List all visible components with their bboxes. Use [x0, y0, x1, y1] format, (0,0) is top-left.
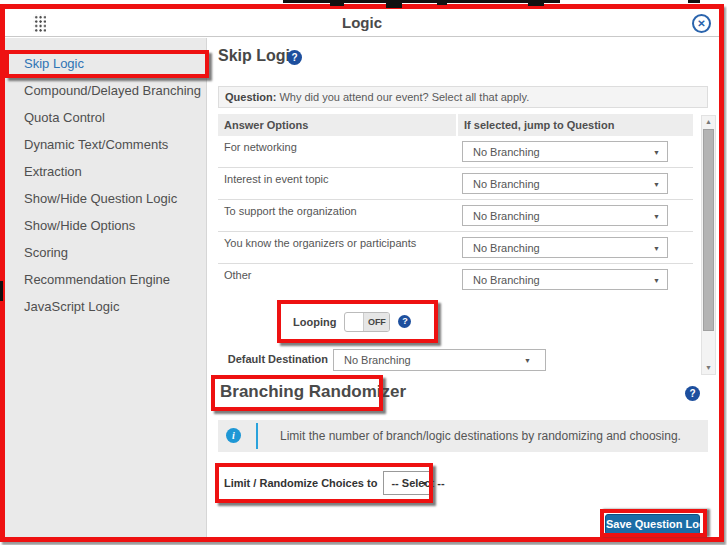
table-row: For networking No Branching ▼ — [218, 136, 693, 168]
table-row: You know the organizers or participants … — [218, 232, 693, 264]
default-destination-dropdown[interactable]: No Branching ▼ — [333, 349, 546, 371]
logic-dialog: Logic ✕ Skip Logic Compound/Delayed Bran… — [0, 4, 724, 542]
question-label: Question: — [225, 91, 276, 103]
question-summary: Question: Why did you attend our event? … — [218, 86, 708, 108]
jump-dropdown[interactable]: No Branching ▼ — [462, 141, 668, 162]
jump-dropdown[interactable]: No Branching ▼ — [462, 237, 668, 258]
cropped-text-artifact — [437, 0, 447, 5]
jump-dropdown[interactable]: No Branching ▼ — [462, 205, 668, 226]
cropped-text-artifact — [330, 0, 344, 6]
answer-option-label: Interest in event topic — [224, 173, 329, 185]
dropdown-value: No Branching — [473, 274, 540, 286]
chevron-down-icon: ▼ — [653, 212, 660, 219]
table-row: Interest in event topic No Branching ▼ — [218, 168, 693, 200]
scroll-up-icon[interactable]: ▲ — [702, 116, 715, 128]
sidebar-item-skip-logic[interactable]: Skip Logic — [5, 50, 206, 77]
help-icon[interactable]: ? — [287, 50, 302, 65]
sidebar-item-scoring[interactable]: Scoring — [5, 239, 206, 266]
answer-option-label: You know the organizers or participants — [224, 237, 416, 249]
table-row: To support the organization No Branching… — [218, 200, 693, 232]
jump-dropdown[interactable]: No Branching ▼ — [462, 173, 668, 194]
limit-randomize-dropdown[interactable]: -- Select -- ▼ — [383, 471, 433, 495]
dropdown-value: -- Select -- — [391, 477, 444, 489]
table-header: Answer Options If selected, jump to Ques… — [218, 114, 693, 136]
column-header-answer-options: Answer Options — [218, 114, 456, 136]
dialog-title: Logic — [5, 9, 719, 37]
info-icon: i — [226, 428, 241, 443]
logic-sidebar: Skip Logic Compound/Delayed Branching Qu… — [5, 38, 207, 537]
looping-toggle[interactable]: OFF — [344, 312, 390, 332]
chevron-down-icon: ▼ — [421, 480, 428, 487]
help-icon[interactable]: ? — [398, 315, 411, 328]
toggle-state: OFF — [363, 313, 389, 331]
dropdown-value: No Branching — [473, 242, 540, 254]
column-header-jump-to-question: If selected, jump to Question — [458, 114, 693, 136]
dropdown-value: No Branching — [473, 210, 540, 222]
chevron-down-icon: ▼ — [653, 276, 660, 283]
info-divider — [256, 423, 258, 449]
table-row: Other No Branching ▼ — [218, 264, 693, 296]
info-banner: i Limit the number of branch/logic desti… — [218, 420, 708, 452]
sidebar-item-recommendation-engine[interactable]: Recommendation Engine — [5, 266, 206, 293]
chevron-down-icon: ▼ — [524, 357, 531, 364]
answer-options-table: For networking No Branching ▼ Interest i… — [218, 136, 693, 296]
looping-label: Looping — [293, 316, 336, 328]
sidebar-item-extraction[interactable]: Extraction — [5, 158, 206, 185]
save-question-logic-button[interactable]: Save Question Logic — [605, 514, 700, 535]
looping-row: Looping OFF ? — [277, 300, 438, 343]
limit-randomize-row: Limit / Randomize Choices to -- Select -… — [215, 463, 433, 503]
help-icon[interactable]: ? — [685, 386, 700, 401]
sidebar-item-compound-delayed-branching[interactable]: Compound/Delayed Branching — [5, 77, 206, 104]
dialog-titlebar: Logic ✕ — [5, 9, 719, 37]
sidebar-item-dynamic-text-comments[interactable]: Dynamic Text/Comments — [5, 131, 206, 158]
chevron-down-icon: ▼ — [653, 180, 660, 187]
cropped-text-artifact — [528, 0, 544, 6]
section-title-branching-randomizer: Branching Randomizer — [220, 382, 406, 402]
dropdown-value: No Branching — [473, 146, 540, 158]
info-text: Limit the number of branch/logic destina… — [280, 420, 681, 452]
answer-option-label: For networking — [224, 141, 297, 153]
dropdown-value: No Branching — [473, 178, 540, 190]
scrollbar-thumb[interactable] — [703, 129, 714, 331]
sidebar-item-quota-control[interactable]: Quota Control — [5, 104, 206, 131]
vertical-scrollbar[interactable]: ▲ ▼ — [701, 115, 716, 375]
answer-option-label: Other — [224, 269, 252, 281]
default-destination-label: Default Destination — [218, 353, 328, 365]
cropped-text-artifact — [688, 0, 700, 3]
close-icon[interactable]: ✕ — [692, 14, 711, 33]
limit-randomize-label: Limit / Randomize Choices to — [224, 477, 377, 489]
chevron-down-icon: ▼ — [653, 148, 660, 155]
chevron-down-icon: ▼ — [653, 244, 660, 251]
sidebar-item-javascript-logic[interactable]: JavaScript Logic — [5, 293, 206, 320]
cropped-text-artifact — [0, 281, 3, 301]
cropped-text-artifact — [283, 0, 560, 3]
jump-dropdown[interactable]: No Branching ▼ — [462, 269, 668, 290]
question-text: Why did you attend our event? Select all… — [276, 91, 529, 103]
sidebar-item-show-hide-options[interactable]: Show/Hide Options — [5, 212, 206, 239]
cropped-text-artifact — [386, 0, 402, 8]
sidebar-item-show-hide-question-logic[interactable]: Show/Hide Question Logic — [5, 185, 206, 212]
scroll-down-icon[interactable]: ▼ — [702, 362, 715, 374]
dropdown-value: No Branching — [344, 354, 411, 366]
answer-option-label: To support the organization — [224, 205, 357, 217]
